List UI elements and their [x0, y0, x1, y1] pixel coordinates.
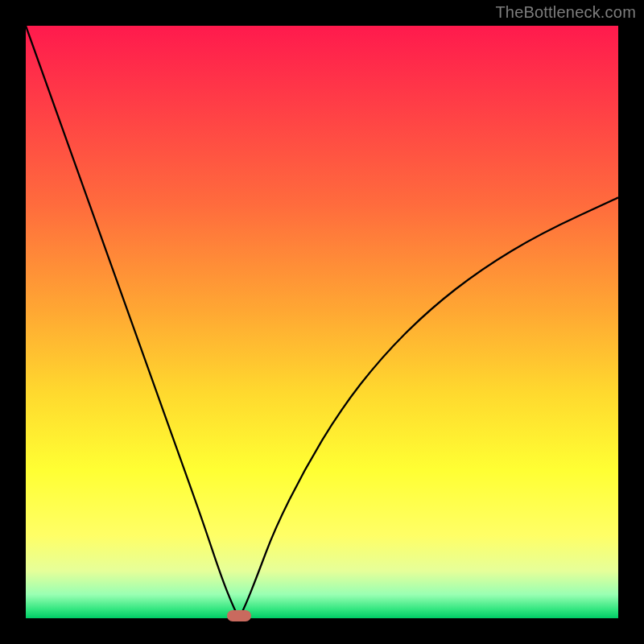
- chart-frame: TheBottleneck.com: [0, 0, 644, 644]
- bottleneck-curve: [26, 26, 618, 618]
- optimum-marker: [227, 610, 251, 621]
- watermark-text: TheBottleneck.com: [495, 3, 636, 22]
- chart-area: [26, 26, 618, 618]
